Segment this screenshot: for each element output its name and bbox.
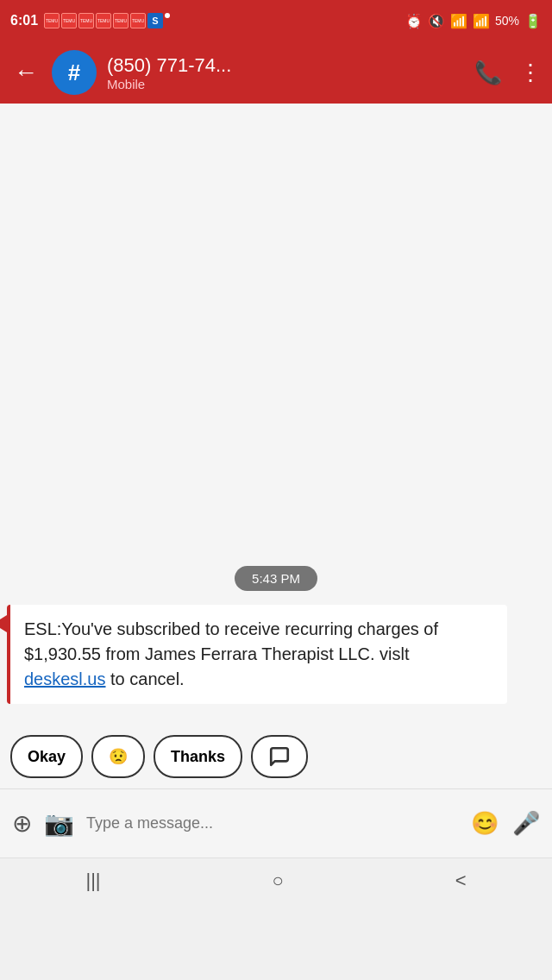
reply-icon bbox=[268, 745, 291, 768]
mute-icon: 🔇 bbox=[428, 13, 445, 29]
quick-reply-thanks[interactable]: Thanks bbox=[154, 735, 242, 778]
status-time: 6:01 bbox=[10, 13, 38, 28]
message-timestamp: 5:43 PM bbox=[235, 566, 317, 591]
temu-icon-2: TEMU bbox=[61, 13, 77, 28]
input-area: ⊕ 📷 😊 🎤 bbox=[0, 788, 552, 858]
camera-button[interactable]: 📷 bbox=[44, 809, 74, 838]
recent-apps-button[interactable]: ||| bbox=[85, 870, 100, 892]
message-bubble: ESL:You've subscribed to receive recurri… bbox=[7, 605, 507, 704]
status-app-icons: TEMU TEMU TEMU TEMU TEMU TEMU S bbox=[44, 13, 170, 28]
message-text-after-link: to cancel. bbox=[106, 669, 185, 688]
back-nav-button[interactable]: < bbox=[455, 870, 467, 892]
status-bar: 6:01 TEMU TEMU TEMU TEMU TEMU TEMU S ⏰ 🔇… bbox=[0, 0, 552, 41]
s-app-icon: S bbox=[147, 13, 163, 28]
battery-icon: 🔋 bbox=[524, 13, 542, 29]
contact-type: Mobile bbox=[107, 77, 464, 91]
temu-icon-1: TEMU bbox=[44, 13, 60, 28]
home-button[interactable]: ○ bbox=[272, 870, 283, 892]
temu-icon-5: TEMU bbox=[113, 13, 129, 28]
quick-reply-emoji[interactable]: 😟 bbox=[91, 735, 145, 778]
message-input[interactable] bbox=[86, 805, 459, 843]
signal-icon: 📶 bbox=[473, 13, 490, 29]
nav-bar: ||| ○ < bbox=[0, 858, 552, 902]
input-right-icons: 😊 🎤 bbox=[471, 810, 540, 837]
quick-reply-okay[interactable]: Okay bbox=[10, 735, 83, 778]
avatar: # bbox=[52, 50, 97, 95]
quick-reply-reply[interactable] bbox=[251, 735, 308, 778]
chat-area: 5:43 PM ESL:You've subscribed to receive… bbox=[0, 104, 552, 725]
back-button[interactable]: ← bbox=[10, 55, 41, 90]
message-container: ESL:You've subscribed to receive recurri… bbox=[0, 605, 552, 704]
emoji-button[interactable]: 😊 bbox=[471, 810, 499, 837]
contact-number: (850) 771-74... bbox=[107, 54, 464, 77]
notification-dot bbox=[165, 13, 170, 18]
header-actions: 📞 ⋮ bbox=[474, 60, 542, 86]
temu-icon-6: TEMU bbox=[130, 13, 146, 28]
wifi-icon: 📶 bbox=[450, 13, 467, 29]
call-button[interactable]: 📞 bbox=[474, 60, 502, 86]
quick-replies-bar: Okay 😟 Thanks bbox=[0, 725, 552, 788]
chat-header: ← # (850) 771-74... Mobile 📞 ⋮ bbox=[0, 41, 552, 104]
message-link[interactable]: deskesl.us bbox=[24, 669, 106, 688]
temu-icon-4: TEMU bbox=[96, 13, 111, 28]
status-left: 6:01 TEMU TEMU TEMU TEMU TEMU TEMU S bbox=[10, 13, 170, 28]
contact-info: (850) 771-74... Mobile bbox=[107, 54, 464, 91]
battery-indicator: 50% bbox=[495, 14, 519, 28]
more-options-button[interactable]: ⋮ bbox=[519, 60, 542, 86]
voice-input-button[interactable]: 🎤 bbox=[512, 810, 540, 837]
status-right: ⏰ 🔇 📶 📶 50% 🔋 bbox=[405, 13, 542, 29]
message-text-before-link: ESL:You've subscribed to receive recurri… bbox=[24, 619, 438, 663]
timestamp-container: 5:43 PM bbox=[0, 566, 552, 591]
alarm-icon: ⏰ bbox=[405, 13, 423, 29]
temu-icon-3: TEMU bbox=[78, 13, 94, 28]
add-attachment-button[interactable]: ⊕ bbox=[12, 809, 32, 838]
